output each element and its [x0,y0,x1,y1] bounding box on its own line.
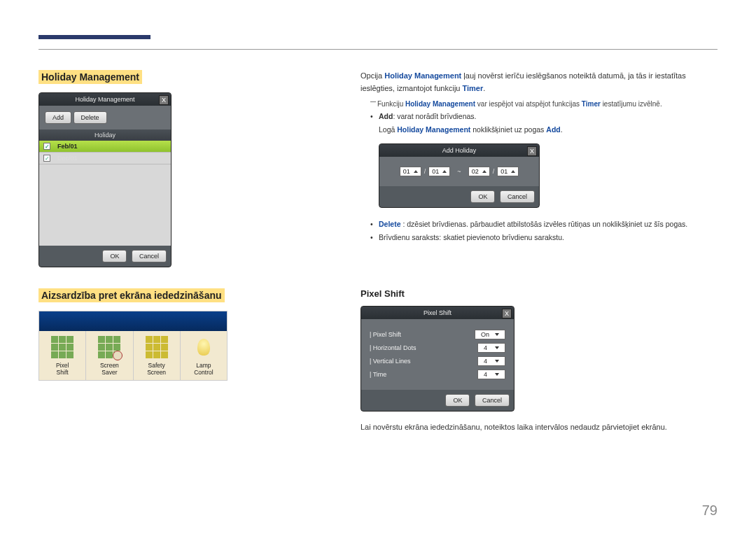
section-heading-burn-protect: Aizsardzība pret ekrāna iededzināšanu [38,288,225,302]
field-label: | Vertical Lines [370,358,410,365]
time-select[interactable]: 4 [477,370,505,379]
month-from-input[interactable]: 01 [400,167,421,176]
header-rule [38,49,718,50]
note-line: Funkciju Holiday Management var iespējot… [370,99,718,110]
month-to-input[interactable]: 02 [468,167,490,176]
pixel-shift-dialog: Pixel Shift X | Pixel ShiftOn | Horizont… [360,306,514,412]
field-label: | Time [370,371,386,378]
field-label: | Horizontal Dots [370,344,416,351]
pixel-shift-button[interactable]: PixelShift [39,331,86,380]
field-label: | Pixel Shift [370,331,401,338]
list-item[interactable]: ✓ Dec/01 [39,153,171,164]
cancel-button[interactable]: Cancel [500,190,535,203]
dialog-title: Holiday Management [75,96,134,103]
day-to-input[interactable]: 01 [497,167,519,176]
day-from-input[interactable]: 01 [428,167,450,176]
holiday-management-dialog: Holiday Management X Add Delete Holiday … [38,92,172,267]
pixel-shift-desc: Lai novērstu ekrāna iededzināšanu, notei… [360,421,718,434]
toolbar-top-strip [39,311,227,331]
ok-button[interactable]: OK [445,394,470,407]
bullet-delete: Delete : dzēsiet brīvdienas. pārbaudiet … [379,218,718,231]
add-holiday-dialog: Add Holiday X 01 / 01 ~ 02 / 01 OK Cance… [379,143,540,208]
grid-clock-icon [97,335,121,359]
grid-icon [50,335,74,359]
grid-icon [145,335,169,359]
checkbox-icon[interactable]: ✓ [43,143,50,150]
column-header: Holiday [39,129,171,141]
hdots-select[interactable]: 4 [477,343,505,353]
dialog-title: Pixel Shift [424,309,451,316]
slash: / [424,168,426,175]
vlines-select[interactable]: 4 [477,356,505,366]
ok-button[interactable]: OK [102,250,127,262]
holiday-date: Feb/01 [57,143,78,150]
add-button[interactable]: Add [45,111,71,124]
page-number: 79 [702,503,718,519]
safety-screen-button[interactable]: SafetyScreen [134,331,181,380]
dialog-titlebar: Add Holiday X [379,144,539,157]
intro-paragraph: Opcija Holiday Management ļauj novērst i… [360,70,718,94]
bulb-icon [192,335,216,359]
pixel-shift-heading: Pixel Shift [360,288,718,299]
header-accent [38,35,150,39]
close-icon[interactable]: X [159,95,169,105]
bullet-list: Brīvdienu saraksts: skatiet pievienoto b… [379,231,718,244]
dialog-titlebar: Holiday Management X [39,93,171,106]
range-tilde: ~ [457,168,461,175]
pixel-shift-select[interactable]: On [475,330,505,339]
holiday-list: ✓ Feb/01 ✓ Dec/01 [39,141,171,246]
bullet-add: Add: varat norādīt brīvdienas. Logā Holi… [379,110,718,136]
close-icon[interactable]: X [527,146,537,156]
cancel-button[interactable]: Cancel [475,394,510,407]
screen-saver-button[interactable]: ScreenSaver [86,331,133,380]
dialog-titlebar: Pixel Shift X [361,307,514,319]
lamp-control-button[interactable]: LampControl [181,331,227,380]
list-item[interactable]: ✓ Feb/01 [39,141,171,153]
cancel-button[interactable]: Cancel [132,250,167,262]
section-heading-holiday: Holiday Management [38,70,142,84]
close-icon[interactable]: X [502,309,512,318]
checkbox-icon[interactable]: ✓ [43,155,50,162]
delete-button[interactable]: Delete [74,111,107,124]
safety-toolbar: PixelShift ScreenSaver SafetyScreen Lamp… [38,311,227,381]
slash: / [493,168,495,175]
holiday-date: Dec/01 [57,155,78,162]
dialog-title: Add Holiday [442,147,477,154]
ok-button[interactable]: OK [470,190,495,203]
